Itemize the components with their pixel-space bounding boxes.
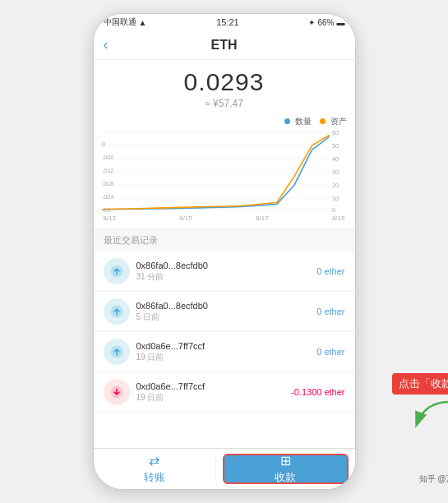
legend-quantity: 数量: [284, 116, 312, 127]
chart-x-labels: 8/13 8/15 8/17 8/19: [102, 215, 347, 222]
chart-legend: 数量 资产: [102, 116, 347, 127]
tx-address-4: 0xd0a6e...7ff7ccf: [136, 381, 292, 391]
balance-cny: ≈ ¥57.47: [94, 98, 355, 109]
watermark: 知乎 @万岁: [419, 473, 448, 485]
back-button[interactable]: ‹: [104, 36, 109, 53]
quantity-dot: [284, 118, 290, 124]
x-label-3: 8/17: [256, 215, 269, 222]
tx-time-1: 31 分前: [136, 271, 317, 283]
transfer-button[interactable]: ⇄ 转账: [94, 449, 216, 489]
battery-text: 66%: [317, 18, 334, 27]
section-header: 最近交易记录: [94, 228, 355, 252]
legend-asset: 资产: [320, 116, 347, 127]
tx-item-2: 0x86fa0...8ecfdb0 5 日前 0 ether: [94, 292, 355, 332]
chart-svg: .03 .024 .018 .012 .006 0 60 50 40 30 20…: [102, 131, 347, 213]
x-label-4: 8/19: [332, 215, 345, 222]
tx-amount-1: 0 ether: [316, 266, 344, 276]
svg-text:.018: .018: [102, 180, 113, 187]
receive-icon: ⊞: [280, 453, 291, 468]
tx-time-4: 19 日前: [136, 392, 292, 404]
svg-text:0: 0: [331, 206, 335, 213]
tx-amount-3: 0 ether: [316, 347, 344, 357]
tx-icon-2: [104, 298, 130, 325]
tx-item-3: 0xd0a6e...7ff7ccf 19 日前 0 ether: [94, 332, 355, 372]
receive-label: 收款: [275, 470, 296, 485]
transfer-label: 转账: [144, 470, 165, 485]
page-title: ETH: [211, 38, 238, 53]
annotation-arrow: [409, 398, 449, 434]
chart-container: .03 .024 .018 .012 .006 0 60 50 40 30 20…: [102, 131, 347, 213]
status-bar: 中国联通 ▲ 15:21 ✦ 66% ▬: [94, 14, 355, 30]
svg-text:.024: .024: [102, 193, 113, 201]
tx-info-1: 0x86fa0...8ecfdb0 31 分前: [136, 261, 317, 283]
tx-item-4: 0xd0a6e...7ff7ccf 19 日前 -0.1300 ether: [94, 372, 355, 413]
nav-header: ‹ ETH: [94, 30, 355, 60]
annotation-text: 点击「收款」: [392, 373, 449, 395]
svg-text:40: 40: [331, 155, 338, 163]
tx-time-2: 5 日前: [136, 311, 317, 323]
tx-address-2: 0x86fa0...8ecfdb0: [136, 301, 317, 311]
tx-address-1: 0x86fa0...8ecfdb0: [136, 261, 317, 270]
bluetooth-icon: ✦: [308, 18, 315, 27]
svg-text:30: 30: [331, 168, 338, 176]
wifi-icon: ▲: [139, 18, 147, 27]
tx-time-3: 19 日前: [136, 352, 317, 363]
transaction-list: 0x86fa0...8ecfdb0 31 分前 0 ether 0x86fa0.…: [94, 252, 355, 413]
bottom-bar: ⇄ 转账 ⊞ 收款: [94, 448, 355, 489]
status-right: ✦ 66% ▬: [308, 18, 344, 27]
svg-text:0: 0: [102, 141, 105, 148]
svg-text:.012: .012: [102, 167, 113, 174]
svg-text:20: 20: [331, 182, 338, 189]
svg-text:.03: .03: [102, 206, 110, 213]
tx-amount-4: -0.1300 ether: [291, 387, 344, 397]
tx-icon-4: [104, 379, 130, 405]
bottom-divider: [215, 455, 216, 482]
tx-info-3: 0xd0a6e...7ff7ccf 19 日前: [136, 341, 317, 363]
receive-button[interactable]: ⊞ 收款: [223, 454, 349, 484]
status-time: 15:21: [216, 17, 239, 27]
carrier-text: 中国联通: [104, 16, 136, 28]
transfer-icon: ⇄: [149, 453, 159, 468]
svg-text:10: 10: [331, 195, 338, 202]
battery-icon: ▬: [336, 18, 344, 27]
tx-icon-3: [104, 339, 130, 365]
svg-text:60: 60: [331, 131, 338, 136]
x-label-2: 8/15: [179, 215, 192, 222]
status-left: 中国联通 ▲: [104, 16, 147, 28]
tx-address-3: 0xd0a6e...7ff7ccf: [136, 341, 317, 351]
svg-text:.006: .006: [102, 154, 113, 161]
tx-icon-1: [104, 258, 130, 284]
chart-section: 数量 资产: [94, 116, 355, 228]
tx-item-1: 0x86fa0...8ecfdb0 31 分前 0 ether: [94, 252, 355, 292]
phone-screen: 中国联通 ▲ 15:21 ✦ 66% ▬ ‹ ETH 0.0293 ≈ ¥57.…: [93, 13, 356, 490]
balance-value: 0.0293: [94, 68, 355, 96]
annotation: 点击「收款」: [392, 373, 449, 434]
balance-section: 0.0293 ≈ ¥57.47: [94, 60, 355, 116]
asset-dot: [320, 118, 326, 124]
x-label-1: 8/13: [104, 215, 117, 222]
tx-amount-2: 0 ether: [316, 307, 344, 316]
tx-info-4: 0xd0a6e...7ff7ccf 19 日前: [136, 381, 292, 404]
tx-info-2: 0x86fa0...8ecfdb0 5 日前: [136, 301, 317, 323]
svg-text:50: 50: [331, 142, 338, 150]
